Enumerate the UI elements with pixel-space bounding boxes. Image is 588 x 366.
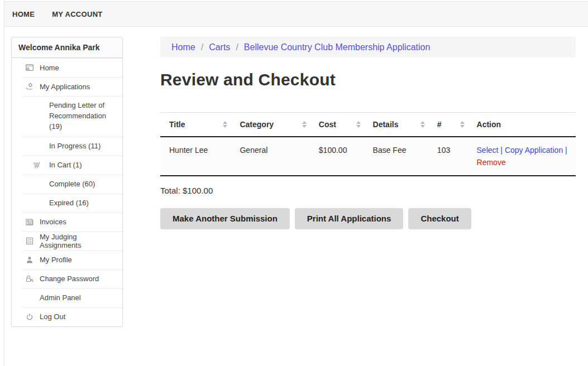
sidebar-item-change-password[interactable]: Change Password (12, 269, 122, 288)
sidebar-item-in-progress[interactable]: In Progress (11) (12, 137, 122, 156)
column-header-category[interactable]: Category (231, 113, 309, 137)
cell-action: Select | Copy Application | Remove (468, 137, 576, 176)
column-label: Details (373, 120, 399, 129)
sidebar-item-my-applications[interactable]: My Applications (12, 77, 122, 96)
column-header-action: Action (468, 113, 576, 137)
page-left-edge-line (4, 0, 4, 366)
sidebar-item-invoices[interactable]: Invoices (12, 213, 122, 232)
cell-cost: $100.00 (310, 137, 364, 176)
table-row: Hunter Lee General $100.00 Base Fee 103 … (160, 137, 576, 176)
sidebar-item-log-out[interactable]: Log Out (12, 307, 122, 326)
sidebar: Welcome Annika Park Home (11, 37, 123, 327)
profile-icon (25, 256, 34, 264)
sidebar-item-label: Invoices (40, 218, 66, 226)
column-label: # (437, 120, 442, 129)
remove-link[interactable]: Remove (477, 158, 506, 167)
sort-icon (460, 121, 465, 128)
action-separator: | (565, 146, 567, 155)
sort-icon (302, 121, 307, 128)
sort-icon (356, 121, 361, 128)
sidebar-item-home[interactable]: Home (12, 58, 122, 77)
column-header-title[interactable]: Title (160, 113, 231, 137)
sort-icon (223, 121, 227, 128)
column-header-number[interactable]: # (428, 113, 468, 137)
sidebar-item-label: My Applications (40, 83, 90, 91)
breadcrumb: Home/Carts/Bellevue Country Club Members… (160, 37, 576, 57)
sidebar-item-label: Pending Letter of Recommendation (19) (49, 100, 118, 132)
breadcrumb-separator: / (236, 42, 238, 52)
copy-application-link[interactable]: Copy Application (505, 146, 563, 155)
sidebar-item-my-profile[interactable]: My Profile (12, 251, 122, 269)
breadcrumb-link-home[interactable]: Home (171, 42, 195, 52)
nav-item-home[interactable]: HOME (12, 10, 35, 18)
column-label: Title (169, 120, 185, 129)
sidebar-item-label: Admin Panel (40, 293, 81, 302)
page-title: Review and Checkout (160, 70, 576, 89)
invoice-icon (25, 218, 34, 227)
sidebar-item-label: Complete (60) (49, 180, 95, 188)
print-all-applications-button[interactable]: Print All Applications (295, 208, 404, 229)
top-navigation: HOME MY ACCOUNT (4, 1, 588, 27)
applications-icon (25, 82, 34, 91)
action-buttons: Make Another Submission Print All Applic… (160, 208, 576, 229)
password-icon (25, 274, 34, 283)
sidebar-item-admin-panel[interactable]: Admin Panel (12, 288, 122, 307)
sidebar-item-pending-letter[interactable]: Pending Letter of Recommendation (19) (12, 96, 122, 137)
cell-details: Base Fee (364, 137, 428, 176)
breadcrumb-link-application[interactable]: Bellevue Country Club Membership Applica… (244, 42, 431, 52)
column-label: Cost (319, 120, 336, 129)
cell-category: General (231, 137, 309, 176)
sidebar-welcome-header: Welcome Annika Park (12, 37, 122, 58)
sidebar-item-label: In Cart (1) (49, 161, 82, 169)
assignments-icon (25, 237, 34, 245)
sidebar-item-label: My Judging Assignments (40, 233, 118, 249)
sidebar-item-label: Home (40, 64, 59, 72)
logout-icon (25, 312, 34, 321)
sidebar-item-label: Expired (16) (49, 199, 89, 207)
cart-table: Title Category Cost Details (160, 112, 576, 176)
checkout-button[interactable]: Checkout (408, 208, 471, 229)
sidebar-item-label: My Profile (40, 256, 72, 264)
sidebar-item-expired[interactable]: Expired (16) (12, 194, 122, 213)
column-label: Category (240, 120, 274, 129)
column-header-details[interactable]: Details (364, 113, 428, 137)
cart-icon (32, 161, 41, 170)
nav-item-my-account[interactable]: MY ACCOUNT (52, 10, 102, 18)
select-link[interactable]: Select (477, 146, 499, 155)
cell-number: 103 (428, 137, 468, 176)
column-header-cost[interactable]: Cost (310, 113, 364, 137)
breadcrumb-link-carts[interactable]: Carts (209, 42, 230, 52)
sidebar-item-label: In Progress (11) (49, 142, 101, 150)
make-another-submission-button[interactable]: Make Another Submission (160, 208, 290, 229)
sidebar-item-label: Change Password (40, 274, 99, 283)
table-header-row: Title Category Cost Details (160, 113, 576, 137)
action-separator: | (500, 146, 503, 155)
cell-title: Hunter Lee (160, 137, 231, 176)
cart-total: Total: $100.00 (160, 186, 576, 195)
home-icon (25, 63, 34, 72)
breadcrumb-separator: / (201, 42, 203, 52)
sidebar-item-my-judging-assignments[interactable]: My Judging Assignments (12, 232, 122, 251)
sort-icon (420, 121, 425, 128)
column-label: Action (477, 120, 501, 129)
sidebar-item-label: Log Out (40, 312, 65, 321)
sidebar-item-in-cart[interactable]: In Cart (1) (12, 156, 122, 175)
sidebar-item-complete[interactable]: Complete (60) (12, 175, 122, 194)
